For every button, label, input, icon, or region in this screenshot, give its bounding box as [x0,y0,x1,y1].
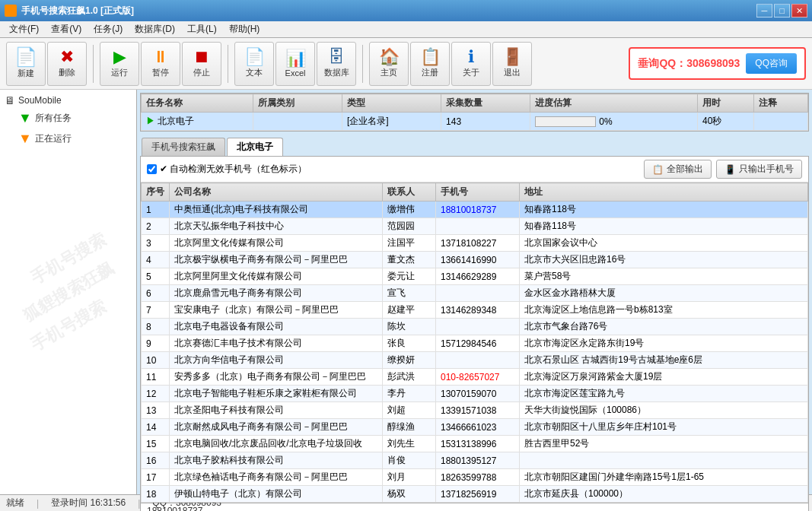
table-row[interactable]: 8 北京电子电器设备有限公司 陈坎 北京市气象台路76号 [142,319,808,335]
cell-phone: 13661416990 [436,252,520,268]
auto-detect-checkbox-label[interactable]: ✔ 自动检测无效手机号（红色标示） [147,163,307,176]
cell-phone [436,352,520,369]
cell-contact: 注国平 [383,235,436,252]
run-button[interactable]: ▶ 运行 [100,42,139,86]
table-row[interactable]: 10 北京方向华信电子有限公司 缭揆妍 北京石景山区 古城西街19号古城基地e座… [142,352,808,369]
home-icon: 🏠 [379,49,400,65]
task-col-count: 采集数量 [441,94,530,113]
cell-address: 北京市海淀区永定路东街19号 [520,335,808,352]
database-button[interactable]: 🗄 数据库 [317,42,356,86]
cell-phone: 13146629289 [436,268,520,285]
data-table: 序号 公司名称 联系人 手机号 地址 1 中奥恒通(北京)电子科技有限公司 缴增… [141,182,808,503]
col-id: 序号 [142,183,170,202]
pause-button[interactable]: ⏸ 暂停 [141,42,180,86]
cell-contact: 肖俊 [383,452,436,469]
table-row[interactable]: 6 北京鹿鼎雪元电子商务有限公司 宣飞 金水区金水路梧林大厦 [142,285,808,302]
table-row[interactable]: 18 伊顿山特电子（北京）有限公司 杨双 13718256919 北京市延庆县（… [142,486,808,503]
cell-address: 北京国家会议中心 [520,235,808,252]
delete-button[interactable]: ✖ 删除 [47,42,87,86]
sep-2 [228,45,228,83]
tab-main[interactable]: 手机号搜索狂飙 [142,138,225,156]
auto-detect-checkbox[interactable] [147,164,157,174]
menu-tools[interactable]: 工具(L) [181,21,223,37]
cell-company: 北京绿色袖话电子商务有限公司－阿里巴巴 [170,469,383,486]
tree-item-all[interactable]: ▼ 所有任务 [3,108,133,129]
table-row[interactable]: 9 北京赛德汇丰电子技术有限公司 张良 15712984546 北京市海淀区永定… [142,335,808,352]
cell-phone: 13466661023 [436,419,520,436]
table-row[interactable]: 11 安秀多多（北京）电子商务有限公司－阿里巴巴 彭武洪 010-8265702… [142,369,808,386]
cell-phone: 13391571038 [436,402,520,419]
run-icon: ▶ [113,49,126,65]
stop-icon: ⏹ [193,49,210,65]
excel-button[interactable]: 📊 Excel [275,42,315,86]
home-button[interactable]: 🏠 主页 [369,42,409,86]
task-name: 北京电子 [158,116,194,126]
cell-company: 北京耐然成风电子商务有限公司－阿里巴巴 [170,419,383,436]
app-title: 手机号搜索狂飙1.0 [正式版] [21,5,756,17]
cell-company: 北京天弘振华电子科技中心 [170,218,383,235]
toolbar-group-2: ▶ 运行 ⏸ 暂停 ⏹ 停止 [100,42,221,86]
tree-item-running[interactable]: ▼ 正在运行 [3,129,133,149]
menu-file[interactable]: 文件(F) [3,21,45,37]
col-company: 公司名称 [170,183,383,202]
stop-button[interactable]: ⏹ 停止 [182,42,221,86]
qq-consult-button[interactable]: QQ咨询 [746,53,797,74]
text-button[interactable]: 📄 文本 [234,42,274,86]
cell-id: 12 [142,386,170,402]
home-label: 主页 [381,67,397,78]
status-sep-2: | [138,498,140,509]
cell-address: 胜古西里甲52号 [520,436,808,452]
cell-id: 6 [142,285,170,302]
register-button[interactable]: 📋 注册 [410,42,450,86]
cell-company: 北京电子胶粘科技有限公司 [170,452,383,469]
results-toolbar: ✔ 自动检测无效手机号（红色标示） 📋 全部输出 📱 只输出手机号 [141,157,808,182]
menu-database[interactable]: 数据库(D) [129,21,181,37]
running-icon: ▼ [18,131,32,147]
task-table-wrapper: 任务名称 所属类别 类型 采集数量 进度估算 用时 注释 ▶ 北京电子 [140,93,809,132]
close-button[interactable]: ✕ [791,4,807,17]
export-phone-button[interactable]: 📱 只输出手机号 [716,160,802,179]
auto-detect-label: ✔ 自动检测无效手机号（红色标示） [160,163,307,176]
cell-company: 北京圣阳电子科技有限公司 [170,402,383,419]
task-table: 任务名称 所属类别 类型 采集数量 进度估算 用时 注释 ▶ 北京电子 [141,94,808,131]
task-note [753,113,807,131]
cell-company: 北京极宇纵横电子商务有限公司－阿里巴巴 [170,252,383,268]
export-all-icon: 📋 [652,164,664,175]
cell-company: 北京方向华信电子有限公司 [170,352,383,369]
table-row[interactable]: 15 北京电脑回收/北京废品回收/北京电子垃圾回收 刘先生 1531313899… [142,436,808,452]
qq-label: 垂询QQ：308698093 [638,57,740,71]
table-row[interactable]: 1 中奥恒通(北京)电子科技有限公司 缴增伟 18810018737 知春路11… [142,202,808,218]
table-row[interactable]: 17 北京绿色袖话电子商务有限公司－阿里巴巴 刘月 18263599788 北京… [142,469,808,486]
table-row[interactable]: 12 北京电子智能电子鞋柜乐康之家鞋柜有限公司 李丹 13070159070 北… [142,386,808,402]
new-button[interactable]: 📄 新建 [6,42,46,86]
progress-bar-outer [535,116,596,127]
export-all-label: 全部输出 [667,163,703,176]
table-row[interactable]: 5 北京阿里阿里文化传媒有限公司 娄元让 13146629289 菜户营58号 [142,268,808,285]
export-all-button[interactable]: 📋 全部输出 [644,160,712,179]
cell-company: 北京电脑回收/北京废品回收/北京电子垃圾回收 [170,436,383,452]
cell-phone: 18801395127 [436,452,520,469]
about-button[interactable]: ℹ 关于 [451,42,491,86]
task-row[interactable]: ▶ 北京电子 [企业名录] 143 0% [142,113,808,131]
tree-root-label: SouMobile [18,95,62,106]
menu-help[interactable]: 帮助(H) [223,21,266,37]
table-row[interactable]: 7 宝安康电子（北京）有限公司－阿里巴巴 赵建平 13146289348 北京海… [142,302,808,319]
left-panel: 🖥 SouMobile ▼ 所有任务 ▼ 正在运行 手机号搜索 狐貍搜索狂飙 手… [0,90,137,494]
minimize-button[interactable]: ─ [756,4,772,17]
table-row[interactable]: 13 北京圣阳电子科技有限公司 刘超 13391571038 天华大街旋悦国际（… [142,402,808,419]
menu-view[interactable]: 查看(V) [45,21,88,37]
table-row[interactable]: 3 北京阿里文化传媒有限公司 注国平 13718108227 北京国家会议中心 [142,235,808,252]
tab-beijing[interactable]: 北京电子 [227,138,283,156]
cell-address: 北京石景山区 古城西街19号古城基地e座6层 [520,352,808,369]
maximize-button[interactable]: □ [774,4,790,17]
menu-task[interactable]: 任务(J) [88,21,129,37]
cell-address: 北京市大兴区旧忠路16号 [520,252,808,268]
task-col-category: 所属类别 [253,94,342,113]
results-panel: ✔ 自动检测无效手机号（红色标示） 📋 全部输出 📱 只输出手机号 [140,156,809,511]
table-row[interactable]: 2 北京天弘振华电子科技中心 范园园 知春路118号 [142,218,808,235]
cell-address: 北京市延庆县（100000） [520,486,808,503]
exit-button[interactable]: 🚪 退出 [492,42,532,86]
table-row[interactable]: 16 北京电子胶粘科技有限公司 肖俊 18801395127 [142,452,808,469]
table-row[interactable]: 14 北京耐然成风电子商务有限公司－阿里巴巴 醇缐渔 13466661023 北… [142,419,808,436]
table-row[interactable]: 4 北京极宇纵横电子商务有限公司－阿里巴巴 董文杰 13661416990 北京… [142,252,808,268]
